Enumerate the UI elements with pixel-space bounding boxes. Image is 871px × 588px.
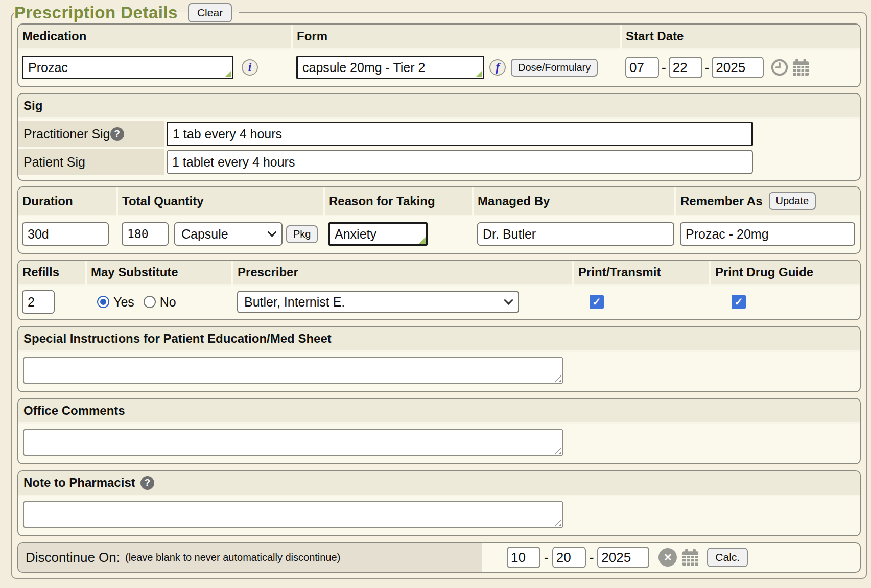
start-date-year-input[interactable]	[712, 57, 764, 78]
date-separator: -	[662, 60, 666, 76]
medication-header-row: Medication Form Start Date	[18, 25, 860, 50]
special-instructions-textarea-wrap	[23, 357, 563, 386]
remember-as-header: Remember As Update	[676, 187, 860, 216]
may-substitute-yes-radio[interactable]	[97, 296, 109, 308]
medication-input-wrap	[22, 56, 233, 79]
form-input[interactable]	[296, 56, 484, 79]
practitioner-sig-help-icon[interactable]: ?	[110, 127, 124, 141]
practitioner-sig-input-cell	[167, 121, 753, 147]
practitioner-sig-row: Practitioner Sig?	[18, 121, 860, 147]
start-date-cell: - -	[622, 57, 860, 78]
dose-formulary-button[interactable]: Dose/Formulary	[511, 59, 598, 77]
may-substitute-cell: Yes No	[87, 295, 231, 310]
medication-input[interactable]	[22, 56, 233, 79]
clock-icon[interactable]	[771, 59, 788, 76]
panel-sig: Sig Practitioner Sig? Patient Sig	[17, 93, 861, 181]
practitioner-sig-label: Practitioner Sig	[23, 127, 110, 142]
note-to-pharmacist-header: Note to Pharmacist ?	[18, 471, 860, 496]
autocomplete-corner-icon	[419, 237, 426, 244]
panel-medication-form-date: Medication Form Start Date i f Dose/Form…	[17, 23, 861, 87]
refills-input[interactable]	[22, 290, 55, 314]
duration-cell	[18, 222, 116, 246]
note-to-pharmacist-textarea[interactable]	[23, 501, 563, 528]
print-transmit-checkbox[interactable]: ✓	[590, 295, 604, 309]
form-cell: f Dose/Formulary	[293, 56, 620, 79]
practitioner-sig-input[interactable]	[167, 122, 753, 146]
practitioner-sig-label-cell: Practitioner Sig?	[18, 121, 164, 147]
autocomplete-corner-icon	[225, 70, 231, 77]
may-substitute-no-label: No	[160, 295, 176, 310]
managed-by-header: Managed By	[474, 187, 674, 216]
remember-as-label: Remember As	[680, 194, 763, 208]
remember-as-input[interactable]	[680, 222, 855, 246]
remember-as-cell	[676, 222, 860, 246]
may-substitute-header: May Substitute	[87, 261, 231, 286]
prescriber-select[interactable]: Butler, Internist E.	[237, 291, 519, 313]
duration-header: Duration	[18, 187, 116, 216]
prescriber-cell: Butler, Internist E.	[233, 291, 572, 313]
discontinue-year-input[interactable]	[597, 547, 649, 568]
drug-info-icon[interactable]: i	[242, 59, 258, 76]
update-button[interactable]: Update	[769, 192, 816, 210]
total-quantity-header: Total Quantity	[118, 187, 323, 216]
panel-note-to-pharmacist: Note to Pharmacist ?	[17, 470, 861, 536]
medication-cell: i	[18, 56, 291, 79]
calendar-icon[interactable]	[791, 59, 810, 76]
clear-date-icon[interactable]: ✕	[658, 548, 677, 567]
total-quantity-cell: Capsule Pkg	[118, 222, 323, 246]
clear-button[interactable]: Clear	[188, 3, 232, 22]
refills-cell	[18, 290, 85, 314]
note-to-pharmacist-header-label: Note to Pharmacist	[23, 476, 135, 490]
print-drug-guide-cell: ✓	[711, 295, 860, 309]
patient-sig-input-cell	[167, 149, 753, 175]
panel-details: Duration Total Quantity Reason for Takin…	[17, 186, 861, 254]
prescriber-header: Prescriber	[233, 261, 572, 286]
refills-content-row: Yes No Butler, Internist E. ✓ ✓	[18, 286, 860, 319]
panel-special-instructions: Special Instructions for Patient Educati…	[17, 326, 861, 392]
total-quantity-input[interactable]	[122, 222, 169, 246]
special-instructions-header-label: Special Instructions for Patient Educati…	[23, 332, 332, 346]
reason-header: Reason for Taking	[325, 187, 472, 216]
panel-refills: Refills May Substitute Prescriber Print/…	[17, 260, 861, 320]
patient-sig-label-cell: Patient Sig	[18, 149, 164, 175]
may-substitute-no-radio[interactable]	[144, 296, 156, 308]
reason-input[interactable]	[328, 222, 428, 246]
reason-input-wrap	[328, 222, 428, 246]
discontinue-month-input[interactable]	[507, 547, 540, 568]
quantity-unit-select[interactable]: Capsule	[174, 222, 283, 246]
start-date-day-input[interactable]	[669, 57, 702, 78]
office-comments-header-label: Office Comments	[23, 404, 125, 418]
form-header: Form	[293, 25, 620, 50]
chevron-down-icon	[267, 227, 276, 237]
patient-sig-input[interactable]	[167, 150, 753, 174]
print-drug-guide-checkbox[interactable]: ✓	[732, 295, 746, 309]
formulary-icon[interactable]: f	[489, 59, 506, 76]
note-to-pharmacist-textarea-wrap	[23, 501, 563, 530]
special-instructions-textarea[interactable]	[23, 357, 563, 384]
managed-by-input[interactable]	[477, 222, 674, 246]
discontinue-day-input[interactable]	[552, 547, 586, 568]
sig-header-label: Sig	[23, 99, 42, 113]
start-date-month-input[interactable]	[625, 57, 659, 78]
check-icon: ✓	[592, 296, 601, 308]
discontinue-label: Discontinue On:	[26, 550, 120, 566]
managed-by-cell	[474, 222, 674, 246]
refills-header-row: Refills May Substitute Prescriber Print/…	[18, 261, 860, 286]
start-date-header: Start Date	[622, 25, 860, 50]
calendar-icon[interactable]	[681, 549, 700, 566]
reason-cell	[325, 222, 472, 246]
office-comments-textarea-wrap	[23, 429, 563, 458]
print-drug-guide-header: Print Drug Guide	[711, 261, 860, 286]
duration-input[interactable]	[22, 222, 109, 246]
sig-header: Sig	[18, 94, 860, 119]
note-to-pharmacist-help-icon[interactable]: ?	[140, 476, 154, 490]
office-comments-textarea[interactable]	[23, 429, 563, 456]
may-substitute-yes-label: Yes	[113, 295, 134, 310]
discontinue-hint: (leave blank to never automatically disc…	[125, 552, 340, 563]
details-header-row: Duration Total Quantity Reason for Takin…	[18, 187, 860, 216]
pkg-button[interactable]: Pkg	[286, 225, 318, 243]
panel-office-comments: Office Comments	[17, 398, 861, 464]
patient-sig-label: Patient Sig	[23, 155, 85, 170]
panel-discontinue: Discontinue On: (leave blank to never au…	[17, 542, 861, 573]
calc-button[interactable]: Calc.	[707, 548, 748, 567]
